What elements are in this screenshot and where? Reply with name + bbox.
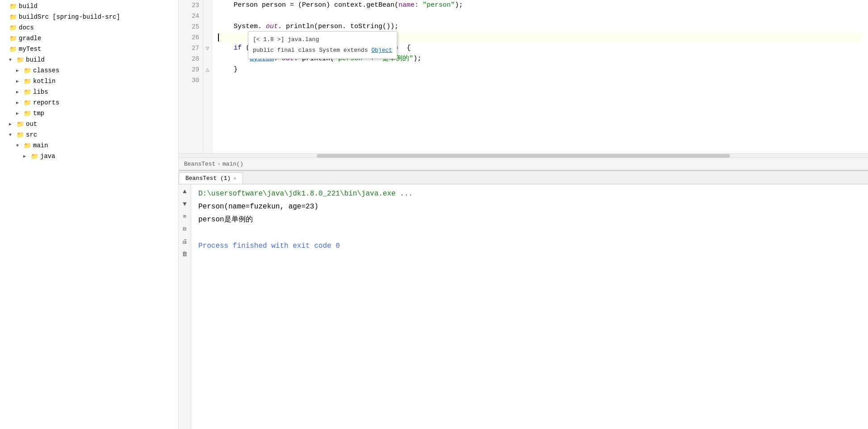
sidebar-label-out: out (26, 121, 37, 128)
scrollbar-thumb[interactable] (317, 154, 730, 158)
sidebar-label-tmp: tmp (33, 110, 44, 117)
bottom-panel: BeansTest (1) ✕ ▲ ▼ ≡ ⊟ 🖨 🗑 (179, 170, 868, 429)
editor-cursor (218, 33, 219, 42)
sidebar-item-kotlin[interactable]: ▶ 📁 kotlin (0, 76, 178, 87)
folder-icon-build-child: 📁 (16, 57, 24, 63)
arrow-src: ▼ (9, 133, 16, 137)
arrow-main: ▼ (16, 143, 23, 148)
sidebar-item-build-child[interactable]: ▼ 📁 build (0, 54, 178, 65)
tooltip-popup: [< 1.8 >] java.lang public final class S… (248, 31, 397, 59)
console-text-5: Process finished with exit code 0 (198, 242, 340, 250)
toolbar-btn-stop[interactable]: ⊟ (180, 225, 189, 233)
sidebar-item-out[interactable]: ▶ 📁 out (0, 119, 178, 129)
breadcrumb-sep: › (217, 161, 221, 167)
folder-icon-gradle: 📁 (9, 35, 17, 42)
toolbar-btn-rerun[interactable]: ≡ (180, 212, 189, 221)
sidebar-item-mytest[interactable]: 📁 myTest (0, 44, 178, 54)
toolbar-btn-clear[interactable]: 🗑 (180, 250, 189, 258)
line-num-29: 29 (179, 64, 199, 75)
sidebar-item-src[interactable]: ▼ 📁 src (0, 129, 178, 140)
breadcrumb-bar: BeansTest › main() (179, 158, 868, 170)
folder-icon-buildsrc: 📁 (9, 14, 17, 20)
toolbar-btn-up[interactable]: ▲ (180, 187, 189, 196)
code-line-23: Person person = (Person) context.getBean… (218, 0, 863, 11)
tooltip-line1: [< 1.8 >] java.lang (253, 34, 392, 45)
code-text-23-sp (419, 0, 423, 11)
console-output: D:\usersoftware\java\jdk1.8.0_221\bin\ja… (191, 184, 868, 429)
sidebar-label-kotlin: kotlin (33, 78, 55, 85)
sidebar-item-tmp[interactable]: ▶ 📁 tmp (0, 108, 178, 119)
code-line-25: System. out. println(person. toString())… (218, 21, 863, 32)
line-numbers: 23 24 25 26 27 28 29 30 (179, 0, 203, 153)
code-editor[interactable]: 23 24 25 26 27 28 29 30 ▽ △ (179, 0, 868, 153)
sidebar-item-java[interactable]: ▶ 📁 java (0, 151, 178, 162)
code-text-25-out: out (266, 21, 278, 32)
sidebar-label-build-child: build (26, 56, 45, 63)
code-text-23-param: name: (398, 0, 419, 11)
folder-icon-out: 📁 (16, 121, 24, 127)
sidebar-label-classes: classes (33, 67, 59, 74)
console-line-4 (198, 227, 861, 239)
sidebar-item-docs[interactable]: 📁 docs (0, 22, 178, 33)
sidebar-label-libs: libs (33, 88, 48, 96)
editor-gutter: ▽ △ (203, 0, 212, 153)
sidebar-item-gradle[interactable]: 📁 gradle (0, 33, 178, 44)
sidebar-item-buildsrc[interactable]: 📁 buildSrc [spring-build-src] (0, 12, 178, 22)
folder-icon-main: 📁 (23, 142, 31, 149)
arrow-java: ▶ (23, 154, 30, 159)
console-text-2: Person(name=fuzekun, age=23) (198, 203, 319, 211)
code-text-23-1: Person person = (Person) context.getBean… (218, 0, 398, 11)
code-text-28-end: ); (413, 54, 421, 64)
sidebar-item-main[interactable]: ▼ 📁 main (0, 140, 178, 151)
console-line-2: Person(name=fuzekun, age=23) (198, 201, 861, 213)
panel-toolbar: ▲ ▼ ≡ ⊟ 🖨 🗑 (179, 184, 191, 429)
breadcrumb-method: main() (222, 161, 243, 167)
folder-icon-libs: 📁 (23, 89, 31, 95)
gutter-30 (203, 75, 212, 86)
console-line-3: person是单例的 (198, 214, 861, 226)
panel-tab-beanstest[interactable]: BeansTest (1) ✕ (179, 172, 243, 184)
arrow-reports: ▶ (16, 100, 23, 105)
sidebar-label-reports: reports (33, 99, 59, 106)
toolbar-btn-down[interactable]: ▼ (180, 200, 189, 208)
folder-icon-docs: 📁 (9, 25, 17, 31)
sidebar-label-java: java (40, 153, 55, 160)
toolbar-btn-print[interactable]: 🖨 (180, 237, 189, 246)
code-text-28-1 (218, 54, 250, 64)
tooltip-line2: public final class System extends Object (253, 45, 392, 56)
code-text-27-1 (218, 43, 234, 54)
folder-icon-src: 📁 (16, 132, 24, 138)
sidebar-item-reports[interactable]: ▶ 📁 reports (0, 97, 178, 108)
code-text-29: } (218, 64, 238, 75)
code-text-23-str: "person" (423, 0, 455, 11)
sidebar-label-src: src (26, 131, 37, 138)
arrow-out: ▶ (9, 121, 16, 127)
main-area: 📁 build 📁 buildSrc [spring-build-src] 📁 … (0, 0, 868, 429)
line-num-26: 26 (179, 32, 199, 43)
console-line-5: Process finished with exit code 0 (198, 240, 861, 252)
folder-icon-mytest: 📁 (9, 46, 17, 52)
line-num-28: 28 (179, 54, 199, 64)
code-lines[interactable]: Person person = (Person) context.getBean… (212, 0, 868, 153)
folder-icon-kotlin: 📁 (23, 78, 31, 84)
panel-content: ▲ ▼ ≡ ⊟ 🖨 🗑 D:\usersoftware\java\jdk1.8.… (179, 184, 868, 429)
line-num-30: 30 (179, 75, 199, 86)
sidebar-item-classes[interactable]: ▶ 📁 classes (0, 65, 178, 76)
code-text-27-if: if (234, 43, 242, 54)
folder-icon-build-root: 📁 (9, 3, 17, 9)
gutter-25 (203, 21, 212, 32)
tooltip-object-link[interactable]: Object (371, 47, 392, 54)
code-text-25-1: System. (218, 21, 266, 32)
editor-scrollbar-h[interactable] (179, 153, 868, 158)
panel-tab-close[interactable]: ✕ (233, 175, 236, 181)
console-text-1: D:\usersoftware\java\jdk1.8.0_221\bin\ja… (198, 190, 413, 198)
sidebar-item-build-root[interactable]: 📁 build (0, 1, 178, 12)
gutter-28 (203, 54, 212, 64)
editor-area: 23 24 25 26 27 28 29 30 ▽ △ (179, 0, 868, 429)
line-num-23: 23 (179, 0, 199, 11)
code-line-29: } (218, 64, 863, 75)
panel-tab-label: BeansTest (1) (185, 175, 231, 182)
sidebar-item-libs[interactable]: ▶ 📁 libs (0, 87, 178, 97)
folder-icon-tmp: 📁 (23, 110, 31, 117)
console-text-3: person是单例的 (198, 216, 253, 224)
